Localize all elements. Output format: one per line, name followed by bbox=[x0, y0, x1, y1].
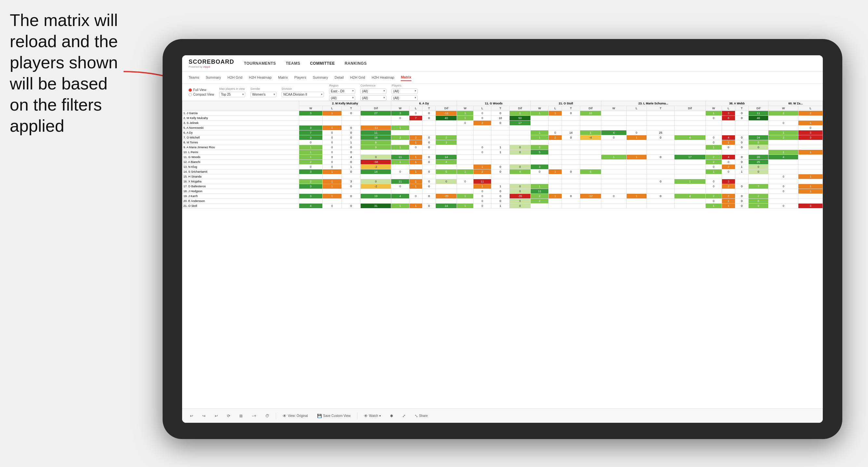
full-view-radio[interactable]: Full View bbox=[189, 88, 214, 92]
expand-btn[interactable]: ⤢ bbox=[400, 412, 408, 419]
save-custom-btn[interactable]: 💾 Save Custom View bbox=[314, 412, 353, 419]
matrix-cell: 0 bbox=[423, 140, 436, 145]
matrix-cell bbox=[509, 140, 530, 145]
matrix-cell bbox=[626, 199, 647, 204]
redo-btn[interactable]: ↪ bbox=[200, 412, 208, 419]
matrix-cell: 0 bbox=[647, 135, 675, 140]
max-players-select[interactable]: Top 25 bbox=[219, 92, 245, 97]
matrix-cell: 0 bbox=[562, 135, 580, 140]
subnav-h2h-heatmap2[interactable]: H2H Heatmap bbox=[372, 74, 395, 81]
subnav-h2h-grid[interactable]: H2H Grid bbox=[227, 74, 242, 81]
gender-select[interactable]: Women's bbox=[250, 92, 276, 97]
matrix-cell: 2 bbox=[531, 145, 549, 150]
subnav-summary2[interactable]: Summary bbox=[313, 74, 328, 81]
nav-teams[interactable]: TEAMS bbox=[286, 60, 301, 67]
subnav-teams[interactable]: Teams bbox=[189, 74, 199, 81]
matrix-cell bbox=[549, 140, 562, 145]
zoom-btn[interactable]: −+ bbox=[249, 412, 259, 419]
matrix-cell: 0 bbox=[341, 194, 361, 199]
subnav-detail[interactable]: Detail bbox=[335, 74, 344, 81]
nav-rankings[interactable]: RANKINGS bbox=[345, 60, 367, 67]
back-btn[interactable]: ↩ bbox=[212, 412, 220, 419]
matrix-cell: 11 bbox=[391, 155, 409, 160]
col-11-w: W bbox=[457, 106, 473, 111]
matrix-cell: 0 bbox=[423, 155, 436, 160]
matrix-cell: 0 bbox=[409, 111, 423, 116]
matrix-cell: 1 bbox=[601, 155, 626, 160]
matrix-cell: 11 bbox=[361, 130, 391, 135]
timer-btn[interactable]: ⏱ bbox=[263, 412, 272, 419]
matrix-cell: 2 bbox=[722, 194, 735, 199]
matrix-cell: 2 bbox=[299, 160, 322, 164]
grid-btn[interactable]: ⊞ bbox=[237, 412, 245, 419]
subnav-summary[interactable]: Summary bbox=[206, 74, 221, 81]
matrix-cell: 0 bbox=[457, 121, 473, 126]
conference-select[interactable]: (All) bbox=[360, 89, 386, 94]
player-name-cell: 10. L Perini bbox=[182, 150, 299, 155]
matrix-cell bbox=[601, 126, 626, 130]
matrix-cell bbox=[626, 116, 647, 121]
matrix-cell: 0 bbox=[341, 160, 361, 164]
matrix-cell bbox=[361, 199, 391, 204]
player-name-cell: 6. A Dy bbox=[182, 130, 299, 135]
matrix-cell: 0 bbox=[341, 111, 361, 116]
matrix-cell: 3 bbox=[299, 111, 322, 116]
refresh-btn[interactable]: ⟳ bbox=[224, 412, 233, 419]
matrix-cell: 0 bbox=[409, 194, 423, 199]
matrix-cell bbox=[562, 140, 580, 145]
matrix-cell bbox=[491, 126, 509, 130]
players-sub-select-wrap: (All) bbox=[392, 95, 417, 101]
options-btn[interactable]: ✱ bbox=[388, 412, 396, 419]
matrix-cell bbox=[457, 135, 473, 140]
share-btn[interactable]: ⤡ Share bbox=[412, 412, 431, 419]
matrix-cell bbox=[391, 130, 409, 135]
matrix-cell: 0 bbox=[705, 135, 722, 140]
matrix-cell bbox=[549, 155, 562, 160]
matrix-cell bbox=[798, 155, 823, 160]
matrix-cell: 3 bbox=[299, 194, 322, 199]
matrix-cell bbox=[436, 184, 457, 189]
undo-btn[interactable]: ↩ bbox=[187, 412, 196, 419]
matrix-cell: 14 bbox=[361, 169, 391, 174]
compact-view-dot bbox=[189, 93, 192, 96]
matrix-cell: 0 bbox=[735, 155, 748, 160]
region-select[interactable]: East - DII bbox=[329, 89, 355, 94]
matrix-cell: 1 bbox=[409, 160, 423, 164]
col-6-w: W bbox=[391, 106, 409, 111]
matrix-cell bbox=[769, 179, 798, 184]
matrix-area[interactable]: 2. M Kelly Mulcahy 6. A Dy 11. G Woods 2… bbox=[182, 101, 823, 408]
subnav-players[interactable]: Players bbox=[294, 74, 306, 81]
division-select[interactable]: NCAA Division II bbox=[282, 92, 324, 97]
matrix-cell bbox=[601, 164, 626, 169]
table-row: 20. E Andersson00020108 bbox=[182, 199, 823, 204]
region-sub-select[interactable]: (All) bbox=[329, 95, 355, 101]
matrix-cell: 0 bbox=[473, 204, 491, 209]
conference-sub-select[interactable]: (All) bbox=[360, 95, 386, 101]
compact-view-radio[interactable]: Compact View bbox=[189, 93, 214, 96]
matrix-cell: 1 bbox=[531, 135, 549, 140]
subnav-matrix2[interactable]: Matrix bbox=[401, 74, 411, 81]
matrix-cell bbox=[473, 135, 491, 140]
view-original-btn[interactable]: 👁 View: Original bbox=[280, 412, 311, 419]
matrix-cell bbox=[391, 174, 409, 179]
nav-tournaments[interactable]: TOURNAMENTS bbox=[244, 60, 276, 67]
matrix-cell: 1 bbox=[409, 184, 423, 189]
watch-btn[interactable]: 👁 Watch ▾ bbox=[361, 412, 383, 419]
col-6-t: T bbox=[423, 106, 436, 111]
subnav-matrix[interactable]: Matrix bbox=[278, 74, 288, 81]
matrix-cell: 2 bbox=[299, 179, 322, 184]
matrix-cell bbox=[675, 204, 705, 209]
matrix-cell bbox=[735, 179, 748, 184]
matrix-cell: 1 bbox=[322, 126, 342, 130]
subnav-h2h-heatmap[interactable]: H2H Heatmap bbox=[249, 74, 272, 81]
matrix-cell: 0 bbox=[735, 160, 748, 164]
matrix-cell: -11 bbox=[436, 111, 457, 116]
subnav-h2h-grid2[interactable]: H2H Grid bbox=[350, 74, 365, 81]
matrix-cell bbox=[549, 145, 562, 150]
matrix-cell bbox=[769, 116, 798, 121]
players-select[interactable]: (All) bbox=[392, 89, 417, 94]
nav-committee[interactable]: COMMITTEE bbox=[310, 60, 335, 67]
players-sub-select[interactable]: (All) bbox=[392, 95, 417, 101]
matrix-cell: 1 bbox=[473, 184, 491, 189]
matrix-cell bbox=[322, 199, 342, 204]
